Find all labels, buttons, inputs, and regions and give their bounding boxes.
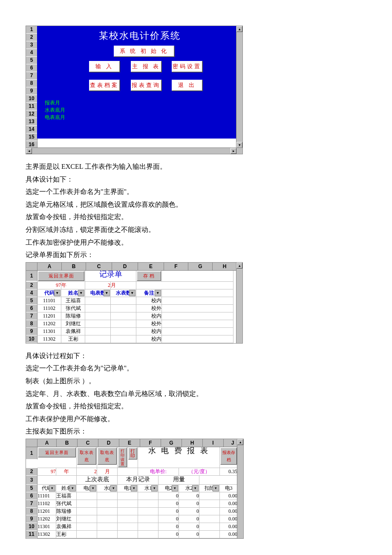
e0-cell[interactable]	[77, 523, 97, 531]
elec-cell[interactable]	[85, 312, 111, 320]
scrollbar-v[interactable]: ▴	[237, 439, 243, 538]
code-cell: 11302	[37, 531, 56, 538]
deduct-cell[interactable]	[199, 515, 220, 523]
elec-cell[interactable]	[85, 305, 111, 312]
w1-header[interactable]: 水1	[138, 485, 159, 492]
empty-cell	[162, 297, 233, 305]
get-water-button[interactable]: 取水表底	[77, 448, 96, 465]
w1-cell[interactable]	[138, 508, 159, 515]
col-header: D	[112, 263, 138, 271]
code-cell: 11201	[37, 508, 56, 515]
water-cell[interactable]	[111, 328, 136, 335]
water-cell[interactable]	[111, 335, 136, 343]
e1-cell[interactable]	[118, 500, 138, 508]
water-cell[interactable]	[111, 305, 136, 312]
save-report-button[interactable]: 报表存档	[220, 448, 237, 465]
scroll-up-icon[interactable]: ▴	[237, 439, 243, 445]
w0-cell[interactable]	[97, 515, 118, 523]
w2-cell: 0	[179, 523, 199, 531]
e0-cell[interactable]	[77, 500, 97, 508]
elec-cell[interactable]	[85, 320, 111, 328]
col-header: G	[188, 263, 213, 271]
scrollbar-v[interactable]: ▴ ▾	[236, 26, 242, 148]
e0-cell[interactable]	[77, 492, 97, 500]
code-cell: 11101	[37, 492, 56, 500]
scroll-down-icon[interactable]: ▾	[236, 142, 242, 148]
report-month-label: 报表月	[45, 99, 60, 107]
input-button[interactable]: 输 入	[89, 61, 120, 72]
year-value[interactable]: 97	[37, 468, 56, 476]
e2-header[interactable]: 电2	[159, 485, 179, 492]
deduct-cell[interactable]	[199, 500, 220, 508]
deduct-cell[interactable]	[199, 492, 220, 500]
row-header: 6	[26, 64, 37, 72]
name-header[interactable]: 姓名	[56, 485, 77, 492]
w0-cell[interactable]	[97, 508, 118, 515]
month-value[interactable]: 2	[77, 468, 97, 476]
e1-header[interactable]: 电1	[118, 485, 138, 492]
w0-cell[interactable]	[97, 500, 118, 508]
back-button[interactable]: 返回主界面	[38, 448, 76, 457]
scroll-right-icon[interactable]: ▸	[231, 148, 236, 154]
report-button[interactable]: 主 报 表	[131, 61, 161, 72]
e0-cell[interactable]	[77, 515, 97, 523]
query-button[interactable]: 报表查询	[131, 80, 161, 91]
scrollbar-h[interactable]: ◂ ▸	[26, 147, 242, 154]
row-header: 2	[26, 282, 37, 289]
name-cell: 袁佩祥	[61, 328, 85, 335]
e0-header[interactable]: 电(	[77, 485, 97, 492]
e1-cell[interactable]	[118, 492, 138, 500]
scroll-up-icon[interactable]: ▴	[236, 263, 242, 269]
scrollbar-v[interactable]: ▴	[236, 263, 242, 343]
e1-cell[interactable]	[118, 531, 138, 538]
w0-cell[interactable]	[97, 531, 118, 538]
e1-cell[interactable]	[118, 508, 138, 515]
name-header[interactable]: 姓名	[61, 289, 85, 297]
deduct-cell[interactable]	[199, 531, 220, 538]
elec-header[interactable]: 电表数	[85, 289, 111, 297]
elec-cell[interactable]	[85, 297, 111, 305]
password-button[interactable]: 密码设置	[172, 61, 202, 72]
deduct-cell[interactable]	[199, 523, 220, 531]
w0-cell[interactable]	[97, 523, 118, 531]
deduct-header[interactable]: 扣除	[199, 485, 220, 492]
code-cell: 11102	[37, 305, 61, 312]
code-header[interactable]: 代码	[37, 289, 61, 297]
get-elec-button[interactable]: 取电表底	[98, 448, 117, 465]
w0-header[interactable]: 水(	[97, 485, 118, 492]
e1-cell[interactable]	[118, 515, 138, 523]
remark-header[interactable]: 备注	[136, 289, 162, 297]
e0-cell[interactable]	[77, 531, 97, 538]
elec-cell[interactable]	[85, 335, 111, 343]
w1-cell[interactable]	[138, 523, 159, 531]
archive-button[interactable]: 查表档案	[89, 80, 120, 91]
water-cell[interactable]	[111, 320, 136, 328]
print-setup-button[interactable]: 打印设置	[118, 448, 127, 467]
w1-cell[interactable]	[138, 515, 159, 523]
w1-cell[interactable]	[138, 492, 159, 500]
back-button[interactable]: 返回主界面	[38, 271, 84, 281]
exit-button[interactable]: 退 出	[172, 80, 202, 91]
elec-cell[interactable]	[85, 328, 111, 335]
w0-cell[interactable]	[97, 492, 118, 500]
w2-header[interactable]: 水2	[179, 485, 199, 492]
scroll-left-icon[interactable]: ◂	[26, 148, 32, 154]
water-cell[interactable]	[111, 297, 136, 305]
init-button[interactable]: 系 统 初 始 化	[114, 46, 174, 57]
w1-cell[interactable]	[138, 531, 159, 538]
code-header[interactable]: 代码	[37, 485, 56, 492]
print-button[interactable]: 打印	[128, 448, 137, 460]
e1-cell[interactable]	[118, 523, 138, 531]
e0-cell[interactable]	[77, 508, 97, 515]
month-value[interactable]: 2	[85, 282, 111, 289]
water-cell[interactable]	[111, 312, 136, 320]
w1-cell[interactable]	[138, 500, 159, 508]
para: 工作表保护使用户不能修改。	[26, 413, 366, 425]
name-cell: 刘继红	[56, 515, 77, 523]
water-header[interactable]: 水表数	[111, 289, 136, 297]
deduct-cell[interactable]	[199, 508, 220, 515]
year-value[interactable]: 97	[37, 282, 61, 289]
scroll-up-icon[interactable]: ▴	[236, 26, 242, 32]
price-value[interactable]: 0.35	[220, 468, 238, 476]
save-button[interactable]: 存 档	[137, 271, 161, 281]
